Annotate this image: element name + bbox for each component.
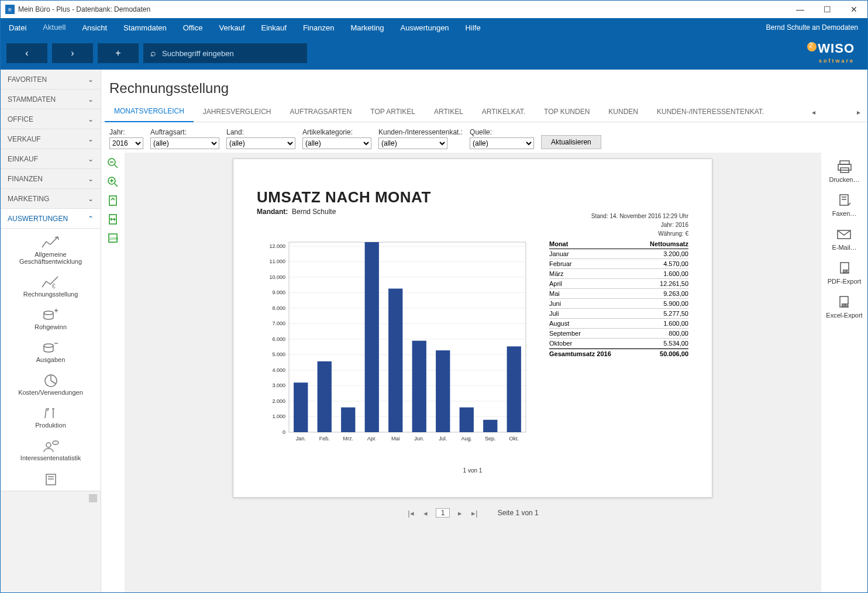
minimize-button[interactable]: — [787, 1, 814, 18]
refresh-button[interactable]: Aktualisieren [541, 135, 601, 149]
menu-stammdaten[interactable]: Stammdaten [115, 18, 175, 37]
tab-artikel[interactable]: ARTIKEL [425, 103, 473, 122]
svg-text:Mai: Mai [391, 436, 400, 442]
svg-point-7 [46, 443, 51, 447]
tab-top-artikel[interactable]: TOP ARTIKEL [361, 103, 425, 122]
titlebar: ≡ Mein Büro - Plus - Datenbank: Demodate… [1, 1, 867, 18]
tabs-scroll-left[interactable]: ◂ [808, 108, 819, 116]
menu-ansicht[interactable]: Ansicht [74, 18, 115, 37]
svg-line-16 [115, 184, 118, 187]
fit-page-button[interactable] [107, 195, 119, 206]
action-print[interactable]: Drucken… [829, 160, 860, 183]
filter-artikelkat-select[interactable]: (alle) [302, 137, 371, 149]
sidebar-item-produktion[interactable]: Produktion [1, 399, 101, 432]
menu-verkauf[interactable]: Verkauf [211, 18, 253, 37]
filter-kundenkat-select[interactable]: (alle) [378, 137, 447, 149]
menu-auswertungen[interactable]: Auswertungen [392, 18, 457, 37]
pager-current[interactable]: 1 [436, 508, 450, 518]
sidebar-item-interessenten[interactable]: Interessentenstatistik [1, 432, 101, 465]
sidebar-item-rohgewinn[interactable]: Rohgewinn [1, 301, 101, 334]
maximize-button[interactable]: ☐ [814, 1, 841, 18]
svg-text:8.000: 8.000 [272, 305, 285, 311]
search-input[interactable] [162, 49, 300, 58]
sidebar-cat-office[interactable]: OFFICE⌄ [1, 109, 101, 129]
action-email[interactable]: E-Mail… [832, 227, 856, 251]
svg-rect-70 [840, 161, 849, 164]
tab-auftragsarten[interactable]: AUFTRAGSARTEN [281, 103, 361, 122]
sidebar-item-geschaeft[interactable]: Allgemeine Geschäftsentwicklung [1, 229, 101, 268]
svg-rect-58 [388, 288, 402, 432]
svg-text:2.000: 2.000 [272, 398, 285, 404]
zdf-icon [807, 42, 817, 51]
sidebar-cat-stammdaten[interactable]: STAMMDATEN⌄ [1, 89, 101, 109]
svg-text:12.000: 12.000 [269, 243, 285, 249]
action-excel[interactable]: XLSXExcel-Export [826, 295, 862, 319]
table-row: Januar3.200,00 [549, 249, 688, 259]
sidebar-item-more[interactable] [1, 465, 101, 491]
menu-einkauf[interactable]: Einkauf [253, 18, 295, 37]
sidebar-item-kosten[interactable]: Kosten/Verwendungen [1, 367, 101, 399]
menu-marketing[interactable]: Marketing [342, 18, 392, 37]
pager-text: Seite 1 von 1 [498, 509, 539, 517]
pager-next[interactable]: ▸ [457, 509, 463, 518]
pager-prev[interactable]: ◂ [422, 509, 429, 518]
action-fax[interactable]: Faxen… [832, 194, 857, 217]
filter-kundenkat-label: Kunden-/Interessentenkat.: [378, 128, 463, 136]
pager-first[interactable]: |◂ [407, 509, 415, 518]
sidebar-item-rechnungsstellung[interactable]: €Rechnungsstellung [1, 268, 101, 301]
filter-land-select[interactable]: (alle) [226, 137, 295, 149]
svg-text:7.000: 7.000 [272, 320, 285, 326]
filter-auftragsart-select[interactable]: (alle) [150, 137, 219, 149]
sidebar-collapse-button[interactable] [89, 494, 97, 502]
table-row: Juli5.277,50 [549, 309, 688, 319]
filter-quelle-select[interactable]: (alle) [470, 137, 534, 149]
close-button[interactable]: ✕ [841, 1, 867, 18]
sidebar-cat-favoriten[interactable]: FAVORITEN⌄ [1, 70, 101, 89]
tabs-scroll-right[interactable]: ▸ [853, 108, 864, 116]
svg-point-1 [44, 311, 53, 315]
tab-kundenkat[interactable]: KUNDEN-/INTERESSENTENKAT. [647, 103, 773, 122]
chevron-down-icon: ⌄ [88, 115, 94, 123]
filter-quelle-label: Quelle: [470, 128, 534, 136]
menu-aktuell[interactable]: Aktuell [35, 18, 74, 37]
table-row: September800,00 [549, 329, 688, 339]
report-page: UMSATZ NACH MONAT Mandant: Bernd Schulte… [233, 158, 712, 498]
pager-last[interactable]: ▸| [470, 509, 478, 518]
zoom-100-button[interactable]: 100% [107, 232, 119, 244]
zoom-out-button[interactable] [107, 157, 119, 169]
svg-text:10.000: 10.000 [269, 274, 285, 280]
table-row: April12.261,50 [549, 279, 688, 289]
svg-rect-54 [341, 408, 355, 432]
filter-jahr-select[interactable]: 2016 [109, 137, 143, 149]
fit-width-button[interactable] [107, 213, 119, 225]
tab-kunden[interactable]: KUNDEN [599, 103, 647, 122]
sidebar-cat-einkauf[interactable]: EINKAUF⌄ [1, 149, 101, 169]
sidebar-cat-verkauf[interactable]: VERKAUF⌄ [1, 129, 101, 149]
tab-jahresvergleich[interactable]: JAHRESVERGLEICH [194, 103, 281, 122]
tab-top-kunden[interactable]: TOP KUNDEN [535, 103, 599, 122]
menu-finanzen[interactable]: Finanzen [295, 18, 342, 37]
zoom-in-button[interactable] [107, 176, 119, 188]
nav-back-button[interactable]: ‹ [6, 43, 47, 63]
svg-line-13 [115, 165, 118, 168]
page-title: Rechnungsstellung [101, 70, 867, 102]
search-icon: ⌕ [150, 48, 156, 58]
menu-hilfe[interactable]: Hilfe [457, 18, 489, 37]
tab-artikelkat[interactable]: ARTIKELKAT. [473, 103, 535, 122]
action-pdf[interactable]: PDFPDF-Export [828, 261, 861, 285]
svg-point-4 [44, 344, 53, 347]
sidebar-cat-finanzen[interactable]: FINANZEN⌄ [1, 169, 101, 189]
nav-add-button[interactable]: + [98, 43, 139, 63]
sidebar-cat-marketing[interactable]: MARKETING⌄ [1, 189, 101, 209]
sidebar-item-ausgaben[interactable]: Ausgaben [1, 334, 101, 367]
menu-datei[interactable]: Datei [1, 18, 35, 37]
sidebar-cat-auswertungen[interactable]: AUSWERTUNGEN⌃ [1, 209, 101, 229]
tab-monatsvergleich[interactable]: MONATSVERGLEICH [105, 102, 194, 122]
chevron-up-icon: ⌃ [88, 215, 94, 223]
nav-forward-button[interactable]: › [52, 43, 93, 63]
svg-text:Jan.: Jan. [296, 436, 306, 442]
table-row: Juni5.900,00 [549, 299, 688, 309]
svg-text:1.000: 1.000 [272, 413, 285, 419]
menu-office[interactable]: Office [175, 18, 211, 37]
menubar: Datei Aktuell Ansicht Stammdaten Office … [1, 18, 867, 37]
